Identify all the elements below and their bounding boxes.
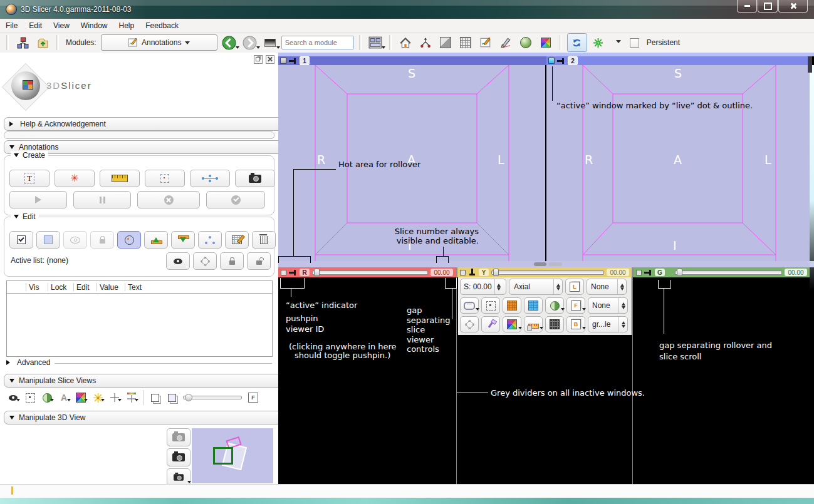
combo-arrows[interactable] xyxy=(553,279,562,294)
label-opacity-button[interactable] xyxy=(75,391,86,404)
resume-button[interactable] xyxy=(9,191,67,208)
menu-help[interactable]: Help xyxy=(113,19,140,32)
delete-button[interactable] xyxy=(252,231,276,249)
red-slice-slider[interactable] xyxy=(312,270,428,275)
transforms-button[interactable] xyxy=(457,34,474,51)
yellow-slice-offset-value[interactable]: 00.00 xyxy=(607,269,629,276)
module-search-input[interactable] xyxy=(281,36,354,49)
screenshot-button[interactable] xyxy=(235,170,275,187)
mouse-mode-rotate-button[interactable] xyxy=(567,33,587,52)
foreground-combobox[interactable]: None xyxy=(588,297,628,314)
red-pushpin-icon[interactable] xyxy=(289,270,297,275)
slider-handle[interactable] xyxy=(677,269,682,276)
background-layer-button[interactable]: B xyxy=(566,316,585,332)
move-up-button[interactable] xyxy=(144,231,168,249)
view-preview-thumbnail[interactable] xyxy=(192,428,273,483)
toolbar-grip[interactable] xyxy=(56,35,59,50)
spin-arrows[interactable] xyxy=(494,279,503,294)
viewer2-live-dot[interactable] xyxy=(548,58,555,64)
menu-view[interactable]: View xyxy=(48,19,75,32)
editor-button[interactable] xyxy=(497,34,514,51)
label-layer-button[interactable]: L xyxy=(565,279,584,295)
minimize-button[interactable] xyxy=(737,0,757,13)
add-hierarchy-button[interactable] xyxy=(198,231,222,249)
viewer2-pushpin-icon[interactable] xyxy=(557,58,565,64)
annotations-toolbar-button[interactable] xyxy=(477,34,494,51)
annotation-table[interactable]: Vis Lock Edit Value Text xyxy=(6,280,273,357)
unselect-all-button[interactable] xyxy=(36,231,60,249)
create-ruler-button[interactable] xyxy=(100,170,140,187)
subject-hierarchy-button[interactable] xyxy=(417,34,434,51)
label-layer-combobox[interactable]: None xyxy=(587,279,627,295)
cancel-place-button[interactable] xyxy=(137,191,200,208)
label-outline-button[interactable] xyxy=(481,316,500,332)
red-visibility-checkbox[interactable] xyxy=(281,270,286,275)
lighting-button[interactable] xyxy=(460,316,479,332)
module-history-button[interactable] xyxy=(261,34,279,51)
jump-to-annotation-button[interactable] xyxy=(117,231,141,249)
pause-button[interactable] xyxy=(73,191,131,208)
green-slice-slider[interactable] xyxy=(675,270,782,275)
colors-button[interactable] xyxy=(537,34,555,51)
select-all-button[interactable] xyxy=(9,231,33,249)
place-fiducial-button[interactable] xyxy=(590,34,607,51)
advanced-section-header[interactable]: Advanced xyxy=(6,358,272,367)
help-acknowledgement-header[interactable]: Help & Acknowledgement xyxy=(4,117,286,131)
done-place-button[interactable] xyxy=(206,191,265,208)
toolbar-grip[interactable] xyxy=(359,35,362,50)
add-data-button[interactable] xyxy=(34,34,51,51)
link-slices-button[interactable] xyxy=(460,297,479,314)
home-module-button[interactable] xyxy=(397,34,414,51)
toggle-lock-button[interactable] xyxy=(90,231,114,249)
viewer1-live-checkbox[interactable] xyxy=(280,58,286,64)
lock-all-button[interactable] xyxy=(220,252,244,270)
models-button[interactable] xyxy=(517,34,535,51)
lightbox-button[interactable] xyxy=(524,297,543,314)
red-slice-offset-value[interactable]: 00.00 xyxy=(430,269,453,276)
edit-properties-button[interactable] xyxy=(225,231,249,249)
create-fiducial-button[interactable]: ✳ xyxy=(55,170,95,187)
slice-models-button[interactable] xyxy=(41,391,53,404)
toolbar-grip[interactable] xyxy=(389,35,392,50)
manipulate-slice-views-header[interactable]: Manipulate Slice Views xyxy=(4,374,286,388)
undock-panel-icon[interactable] xyxy=(254,55,263,64)
slice-model-button[interactable] xyxy=(545,297,564,314)
slice-intersections-button[interactable] xyxy=(126,391,137,404)
fit-to-window-button[interactable] xyxy=(481,297,500,314)
load-scene-button[interactable] xyxy=(14,34,31,51)
copy-layout-button[interactable] xyxy=(149,391,160,404)
crosshair-button[interactable] xyxy=(109,391,120,404)
yellow-slice-slider[interactable] xyxy=(491,270,604,275)
ruler-overlay-button[interactable] xyxy=(524,316,543,332)
viewer2-viewport[interactable]: S R A L I xyxy=(546,65,810,261)
slice-labels-button[interactable]: A xyxy=(58,391,70,404)
hide-all-button[interactable] xyxy=(193,252,217,270)
green-visibility-checkbox[interactable] xyxy=(636,270,642,275)
unlock-all-button[interactable] xyxy=(247,252,271,270)
desktop-taskbar-sliver[interactable] xyxy=(0,498,814,504)
color-table-button[interactable] xyxy=(503,316,521,332)
paste-layout-button[interactable] xyxy=(166,391,177,404)
fiducial-dropdown-button[interactable] xyxy=(610,34,627,51)
history-forward-button[interactable] xyxy=(241,34,259,51)
create-text-annotation-button[interactable]: T xyxy=(9,170,50,187)
splitter-handle[interactable] xyxy=(548,262,562,266)
slider-handle[interactable] xyxy=(493,269,499,276)
green-pushpin-icon[interactable] xyxy=(644,270,652,275)
manipulate-3d-view-header[interactable]: Manipulate 3D View xyxy=(4,411,286,424)
opacity-slider[interactable] xyxy=(183,396,242,399)
green-slice-offset-value[interactable]: 00.00 xyxy=(785,269,807,276)
persistent-checkbox[interactable] xyxy=(630,38,639,48)
combo-arrows[interactable] xyxy=(617,279,626,294)
slider-handle[interactable] xyxy=(314,269,320,276)
yellow-visibility-checkbox[interactable] xyxy=(460,270,466,275)
toolbar-grip[interactable] xyxy=(560,35,562,50)
viewer2-header[interactable]: 2 xyxy=(546,56,811,65)
screen-capture-button-1[interactable] xyxy=(167,428,190,446)
close-button[interactable] xyxy=(778,0,808,13)
viewer2-id-badge[interactable]: 2 xyxy=(568,56,578,65)
green-slice-controller-bar[interactable]: G 00.00 xyxy=(634,267,810,277)
volume-rendering-button[interactable] xyxy=(437,34,454,51)
menu-feedback[interactable]: Feedback xyxy=(140,19,184,32)
menu-file[interactable]: File xyxy=(0,19,23,32)
